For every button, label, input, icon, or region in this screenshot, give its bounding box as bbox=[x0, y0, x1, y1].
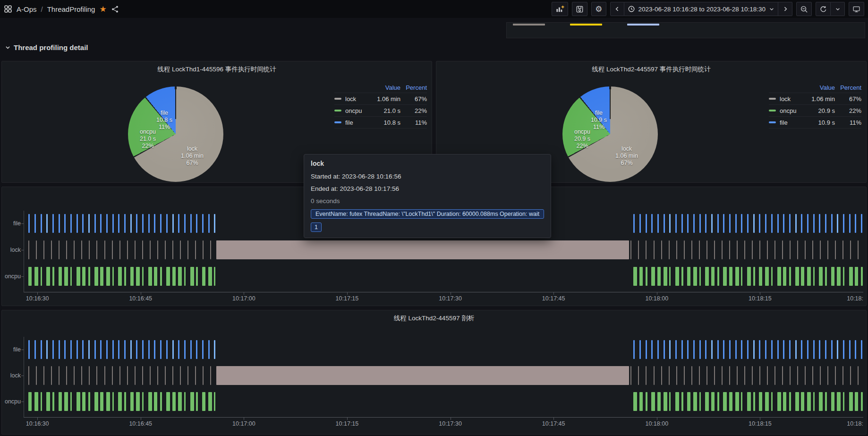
event-bar bbox=[46, 267, 50, 286]
legend-label: oncpu bbox=[780, 107, 801, 114]
apps-grid-icon[interactable] bbox=[4, 5, 12, 13]
event-bar bbox=[166, 267, 170, 286]
breadcrumb-app[interactable]: A-Ops bbox=[17, 5, 37, 13]
event-bar bbox=[178, 267, 182, 286]
event-bar bbox=[714, 366, 715, 385]
event-bar bbox=[52, 267, 54, 286]
event-bar bbox=[782, 366, 783, 385]
event-bar bbox=[813, 214, 815, 233]
row-tick bbox=[21, 250, 24, 250]
event-bar bbox=[190, 340, 192, 359]
event-bar bbox=[752, 366, 753, 385]
event-bar bbox=[70, 214, 72, 233]
event-bar bbox=[687, 214, 689, 233]
event-bar bbox=[154, 392, 157, 411]
event-bar bbox=[664, 340, 665, 359]
breadcrumb-page[interactable]: ThreadProfiling bbox=[47, 5, 95, 13]
time-range-picker-button[interactable]: 2023-06-28 10:16:28 to 2023-06-28 10:18:… bbox=[624, 2, 778, 16]
event-bar bbox=[657, 392, 661, 411]
event-bar bbox=[190, 214, 192, 233]
event-bar bbox=[112, 392, 114, 411]
event-bar bbox=[801, 340, 802, 359]
series-file[interactable] bbox=[24, 340, 863, 359]
x-axis-line bbox=[24, 292, 863, 292]
event-bar bbox=[681, 340, 683, 359]
cycle-view-mode-button[interactable] bbox=[849, 2, 864, 16]
series-oncpu[interactable] bbox=[24, 267, 863, 286]
clock-icon bbox=[628, 5, 635, 13]
series-oncpu[interactable] bbox=[24, 392, 863, 411]
refresh-button[interactable] bbox=[816, 2, 831, 16]
event-bar bbox=[52, 214, 54, 233]
legend-column-percent[interactable]: Percent bbox=[400, 84, 427, 91]
event-bar bbox=[861, 214, 862, 233]
event-bar bbox=[849, 392, 853, 411]
legend-percent: 22% bbox=[835, 107, 861, 114]
row-tick bbox=[21, 276, 24, 277]
event-bar bbox=[94, 392, 98, 411]
legend-header-row: ValuePercent bbox=[334, 82, 427, 93]
refresh-interval-button[interactable] bbox=[831, 2, 845, 16]
x-axis-tick bbox=[451, 292, 451, 295]
series-lock[interactable] bbox=[24, 240, 863, 259]
event-bar bbox=[831, 340, 833, 359]
add-panel-button[interactable] bbox=[552, 2, 568, 16]
x-axis-tick bbox=[347, 292, 348, 295]
series-lock[interactable] bbox=[24, 366, 863, 385]
time-range-forward-button[interactable] bbox=[778, 2, 792, 16]
event-bar bbox=[135, 366, 136, 385]
timeline-plot[interactable]: 10:16:3010:16:4510:17:0010:17:1510:17:30… bbox=[24, 310, 863, 434]
legend-item-file[interactable]: file10.8 s11% bbox=[334, 117, 427, 128]
pie-slice-label-oncpu: oncpu21.0 s22% bbox=[140, 128, 156, 150]
legend-item-file[interactable]: file10.9 s11% bbox=[769, 117, 861, 128]
event-bar bbox=[94, 267, 98, 286]
event-bar bbox=[812, 366, 813, 385]
event-bar bbox=[722, 240, 723, 259]
event-bar bbox=[34, 267, 38, 286]
event-bar bbox=[100, 214, 102, 233]
legend-item-lock[interactable]: lock1.06 min67% bbox=[334, 93, 427, 105]
event-bar bbox=[777, 267, 781, 286]
event-bar bbox=[41, 340, 42, 359]
legend-item-oncpu[interactable]: oncpu21.0 s22% bbox=[334, 105, 427, 117]
x-axis-tick bbox=[451, 418, 451, 420]
event-bar bbox=[827, 366, 828, 385]
event-bar bbox=[820, 366, 821, 385]
share-icon[interactable] bbox=[111, 5, 119, 13]
event-bar bbox=[795, 340, 797, 359]
x-axis-tick bbox=[760, 418, 760, 420]
event-bar bbox=[858, 366, 859, 385]
event-bar bbox=[82, 267, 85, 286]
event-bar bbox=[52, 340, 54, 359]
event-bar bbox=[119, 366, 120, 385]
event-bar bbox=[88, 267, 90, 286]
favorite-star-icon[interactable]: ★ bbox=[99, 5, 106, 13]
legend-column-percent[interactable]: Percent bbox=[835, 84, 861, 91]
event-bar bbox=[657, 267, 661, 286]
legend-label: file bbox=[780, 119, 801, 126]
x-axis-tick-label: 10:18: bbox=[847, 295, 863, 302]
event-bar bbox=[819, 267, 823, 286]
legend-percent: 11% bbox=[400, 119, 427, 126]
row-tick bbox=[21, 350, 24, 350]
lock-wait-block[interactable] bbox=[216, 366, 629, 385]
legend-column-value[interactable]: Value bbox=[366, 84, 400, 91]
zoom-out-button[interactable] bbox=[796, 2, 812, 16]
event-bar bbox=[210, 240, 211, 259]
lock-wait-block[interactable] bbox=[216, 240, 629, 259]
x-axis-tick bbox=[760, 292, 760, 295]
legend-item-lock[interactable]: lock1.06 min67% bbox=[769, 93, 861, 105]
event-bar bbox=[59, 214, 60, 233]
legend-percent: 67% bbox=[835, 95, 861, 103]
row-thread-profiling-detail[interactable]: Thread profiling detail bbox=[5, 43, 88, 51]
event-bar bbox=[130, 214, 132, 233]
save-dashboard-button[interactable] bbox=[572, 2, 587, 16]
event-bar bbox=[154, 214, 155, 233]
legend-item-oncpu[interactable]: oncpu20.9 s22% bbox=[769, 105, 861, 117]
event-bar bbox=[127, 240, 128, 259]
event-bar bbox=[74, 366, 75, 385]
time-range-back-button[interactable] bbox=[610, 2, 624, 16]
event-bar bbox=[849, 214, 851, 233]
legend-column-value[interactable]: Value bbox=[801, 84, 835, 91]
dashboard-settings-button[interactable]: ⚙ bbox=[591, 2, 606, 16]
